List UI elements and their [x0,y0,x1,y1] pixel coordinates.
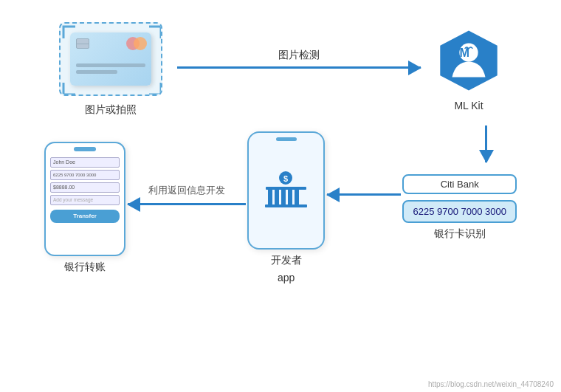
recognition-arrow-head [326,188,340,202]
phone-name-field: John Doe [50,157,120,168]
mlkit-hexagon: M [436,27,502,94]
bank-transfer-phone: John Doe 6225 9700 7000 3000 $8888.00 Ad… [44,142,125,256]
hexagon-svg: M [436,27,502,94]
svg-rect-6 [268,190,272,204]
phone-content: John Doe 6225 9700 7000 3000 $8888.00 Ad… [46,154,124,226]
photo-label: 图片或拍照 [85,103,137,117]
arrow-right-label: 图片检测 [278,49,320,62]
bank-recognition-label: 银行卡识别 [434,227,486,241]
watermark: https://blog.csdn.net/weixin_44708240 [428,380,554,388]
svg-rect-8 [281,190,286,204]
svg-rect-10 [295,190,299,204]
bank-transfer-item: John Doe 6225 9700 7000 3000 $8888.00 Ad… [44,142,125,274]
card-number-bubble: 6225 9700 7000 3000 [402,200,517,223]
svg-text:$: $ [283,174,288,183]
svg-rect-5 [266,187,306,190]
card-chip-icon [76,38,89,49]
mlkit-label: ML Kit [454,100,483,111]
recognition-arrow-container [327,193,401,196]
bottom-arrow-label: 利用返回信息开发 [148,184,225,197]
dev-app-phone: $ [247,131,325,250]
phone-amount-field: $8888.00 [50,182,120,193]
phone-message-field: Add your message [50,195,120,205]
arrow-left-head [127,197,140,212]
bottom-arrow-container: 利用返回信息开发 [128,184,246,205]
phone-number-field: 6225 9700 7000 3000 [50,170,120,180]
bank-icon: $ [262,171,310,211]
bank-transfer-label: 银行转账 [64,261,106,274]
arrow-right: 图片检测 [177,49,421,69]
bank-recognition-item: Citi Bank 6225 9700 7000 3000 银行卡识别 [402,174,517,241]
dev-phone-notch [276,137,297,141]
card-lines [76,63,145,77]
recognition-display: Citi Bank 6225 9700 7000 3000 [402,174,517,223]
svg-rect-9 [288,190,292,204]
top-row: 图片或拍照 图片检测 M ML Kit [15,15,546,117]
bottom-arrow-line [128,203,246,205]
recognition-arrow-line [327,193,401,196]
arrow-right-line [177,66,421,69]
bottom-section: John Doe 6225 9700 7000 3000 $8888.00 Ad… [15,131,546,283]
svg-rect-7 [275,190,279,204]
dev-app-label2: app [278,272,295,283]
dev-app-label: 开发者 [271,254,302,267]
svg-rect-11 [265,204,307,207]
phone-notch [74,147,96,151]
transfer-button[interactable]: Transfer [50,210,120,223]
diagram-container: 图片或拍照 图片检测 M ML Kit [0,0,561,392]
bank-name-bubble: Citi Bank [402,174,517,194]
photo-icon [59,22,162,96]
mlkit-card: M ML Kit [436,27,502,111]
card-logo-icon [126,37,147,50]
photo-card: 图片或拍照 [59,22,162,117]
credit-card [70,32,151,86]
dev-app-item: $ 开发者 app [247,131,325,283]
